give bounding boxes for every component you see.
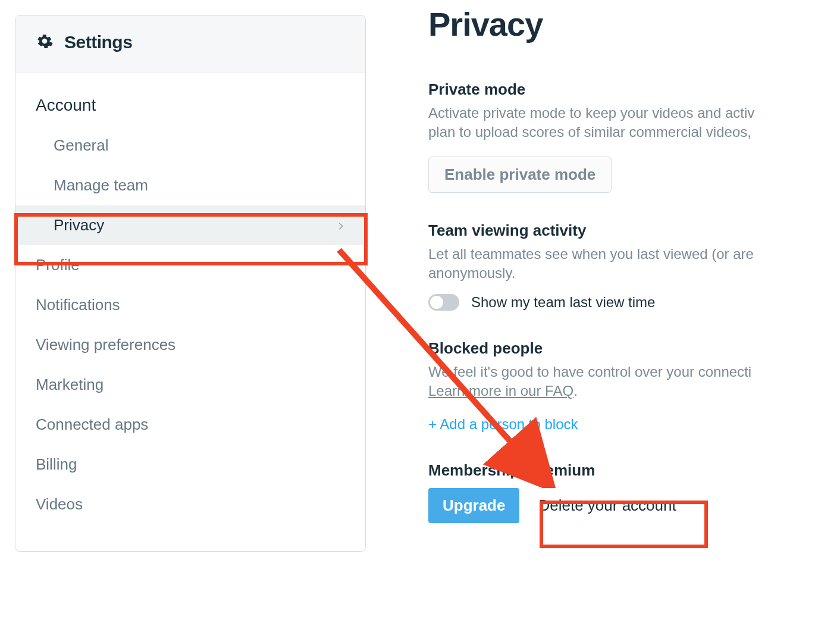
private-mode-desc: Activate private mode to keep your video… (428, 104, 840, 123)
blocked-heading: Blocked people (428, 339, 840, 358)
faq-link[interactable]: Learn more in our FAQ (428, 383, 573, 399)
sidebar-item-profile[interactable]: Profile (15, 245, 365, 285)
show-team-last-view-toggle[interactable] (428, 294, 459, 311)
gear-icon (36, 32, 54, 52)
private-mode-heading: Private mode (428, 80, 840, 99)
chevron-right-icon (337, 216, 345, 234)
sidebar-item-viewing-preferences[interactable]: Viewing preferences (15, 325, 365, 365)
sidebar-item-label: General (54, 136, 109, 155)
sidebar-item-connected-apps[interactable]: Connected apps (15, 405, 365, 445)
page-title: Privacy (428, 5, 840, 43)
team-activity-desc: Let all teammates see when you last view… (428, 245, 840, 264)
toggle-label: Show my team last view time (471, 294, 655, 311)
sidebar-item-label: Privacy (54, 216, 104, 234)
team-activity-heading: Team viewing activity (428, 221, 840, 240)
sidebar-item-marketing[interactable]: Marketing (15, 365, 365, 405)
private-mode-desc2: plan to upload scores of similar commerc… (428, 123, 840, 142)
sidebar-item-manage-team[interactable]: Manage team (15, 165, 365, 205)
add-block-link[interactable]: + Add a person to block (428, 416, 578, 433)
membership-section: Membership: Premium Upgrade Delete your … (428, 461, 840, 523)
sidebar-item-notifications[interactable]: Notifications (15, 285, 365, 325)
upgrade-button[interactable]: Upgrade (428, 488, 519, 523)
settings-sidebar: Settings Account General Manage team Pri… (15, 15, 366, 552)
main-content: Privacy Private mode Activate private mo… (366, 0, 840, 552)
team-activity-section: Team viewing activity Let all teammates … (428, 221, 840, 311)
enable-private-mode-button[interactable]: Enable private mode (428, 157, 612, 193)
sidebar-header: Settings (15, 15, 365, 73)
team-activity-desc2: anonymously. (428, 264, 840, 283)
sidebar-item-videos[interactable]: Videos (15, 484, 365, 524)
sidebar-item-billing[interactable]: Billing (15, 445, 365, 484)
blocked-people-section: Blocked people We feel it's good to have… (428, 339, 840, 433)
sidebar-section-account[interactable]: Account (15, 73, 365, 126)
sidebar-item-privacy[interactable]: Privacy (15, 205, 365, 245)
sidebar-item-general[interactable]: General (15, 126, 365, 165)
blocked-desc: We feel it's good to have control over y… (428, 362, 840, 381)
toggle-knob (430, 296, 443, 309)
delete-account-link[interactable]: Delete your account (528, 488, 687, 523)
sidebar-item-label: Manage team (54, 176, 148, 195)
sidebar-title: Settings (64, 32, 132, 52)
membership-heading: Membership: Premium (428, 461, 840, 480)
private-mode-section: Private mode Activate private mode to ke… (428, 80, 840, 193)
